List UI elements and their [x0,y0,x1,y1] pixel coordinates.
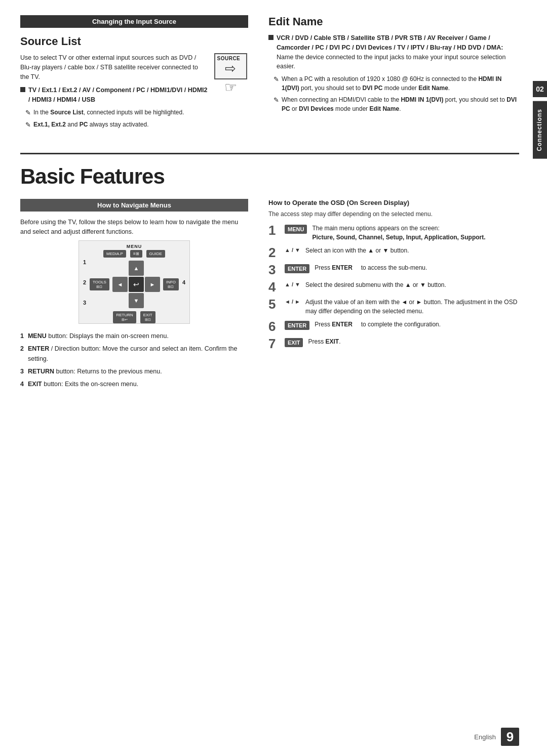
edit-memo-icon-2: ✎ [274,95,279,113]
osd-arrow-updown-2: ▲ / ▼ [285,281,300,287]
edit-memo-2: ✎ When connecting an HDMI/DVI cable to t… [268,95,519,113]
info-btn[interactable]: INFO⊞⊡ [163,278,179,290]
remote-menu-label: MENU [127,244,142,249]
nav-description: Before using the TV, follow the steps be… [20,218,248,237]
osd-num-3: 3 [268,263,280,276]
memo-icon-2: ✎ [25,120,31,130]
nav-note-text-3: RETURN button: Returns to the previous m… [28,366,162,376]
source-memo-1: ✎ In the Source List, connected inputs w… [20,108,208,118]
nav-menu-section: How to Navigate Menus Before using the T… [20,199,248,392]
source-memo-1-text: In the Source List, connected inputs wil… [33,108,184,118]
source-bullet-text: TV / Ext.1 / Ext.2 / AV / Component / PC… [28,86,208,105]
dpad-right[interactable]: ► [145,277,160,292]
basic-features-section: Basic Features How to Navigate Menus Bef… [20,153,519,392]
nav-note-2: 2 ENTER / Direction button: Move the cur… [20,344,248,364]
nav-note-text-1: MENU button: Displays the main on-screen… [28,331,169,341]
edit-name-title: Edit Name [268,15,519,28]
nav-menu-header: How to Navigate Menus [20,199,248,212]
page-number: 9 [501,728,519,746]
chapter-label: Connections [533,101,547,159]
remote-control-diagram: MENU 1 2 3 MEDIA.P ≡⊞ GUIDE [79,240,190,324]
dpad-up[interactable]: ▲ [129,261,144,276]
chapter-number: 02 [533,81,547,97]
source-bullet-bold: TV / Ext.1 / Ext.2 / AV / Component / PC… [28,87,208,103]
dpad-center[interactable]: ↩ [129,277,144,292]
source-memo-2: ✎ Ext.1, Ext.2 and PC always stay activa… [20,120,208,130]
osd-num-6: 6 [268,320,280,333]
osd-text-3: Press ENTER to access the sub-menu. [315,263,519,272]
osd-header: How to Operate the OSD (On Screen Displa… [268,199,519,206]
osd-text-7: Press EXIT. [308,337,519,346]
edit-memo-2-text: When connecting an HDMI/DVI cable to the… [282,95,519,113]
return-btn[interactable]: RETURN⊞↩ [113,311,136,323]
source-list-title: Source List [20,35,248,48]
osd-key-enter-1: ENTER [285,264,309,273]
osd-row-5: 5 ◄ / ► Adjust the value of an item with… [268,298,519,316]
finger-icon: ☞ [224,79,237,96]
nav-notes: 1 MENU button: Displays the main on-scre… [20,331,248,389]
main-content: Changing the Input Source Source List Us… [0,0,547,756]
edit-memo-1-text: When a PC with a resolution of 1920 x 10… [282,74,519,93]
nav-note-num-1: 1 [20,331,24,341]
osd-row-3: 3 ENTER Press ENTER to access the sub-me… [268,263,519,276]
source-icon-area: SOURCE ⇨ ☞ [213,53,248,133]
source-memo-2-text: Ext.1, Ext.2 and PC always stay activate… [33,120,148,130]
exit-btn[interactable]: EXIT⊞⊡ [140,311,155,323]
osd-text-5: Adjust the value of an item with the ◄ o… [305,298,519,316]
osd-row-4: 4 ▲ / ▼ Select the desired submenu with … [268,280,519,293]
source-label: SOURCE [217,56,241,61]
remote-bottom-row: RETURN⊞↩ EXIT⊞⊡ [113,311,155,323]
bullet-icon [20,87,25,92]
basic-features-title: Basic Features [20,164,519,189]
remote-top-row: MEDIA.P ≡⊞ GUIDE [103,250,165,258]
osd-num-5: 5 [268,298,280,311]
source-list-section: Changing the Input Source Source List Us… [20,15,248,133]
memo-icon-1: ✎ [25,108,31,118]
source-box: SOURCE ⇨ [214,53,247,79]
osd-key-menu: MENU [285,225,307,234]
osd-num-7: 7 [268,337,280,350]
label-1: 1 [83,259,86,265]
edit-bullet-icon [268,35,274,40]
guide-btn[interactable]: GUIDE [146,250,165,258]
edit-name-section: Edit Name VCR / DVD / Cable STB / Satell… [268,15,519,133]
osd-arrow-updown-1: ▲ / ▼ [285,247,300,253]
osd-num-1: 1 [268,224,280,237]
media-p-btn[interactable]: MEDIA.P [103,250,126,258]
dpad-left[interactable]: ◄ [112,277,128,292]
osd-text-2: Select an icon with the ▲ or ▼ button. [305,246,519,255]
nav-note-1: 1 MENU button: Displays the main on-scre… [20,331,248,341]
edit-memo-1: ✎ When a PC with a resolution of 1920 x … [268,74,519,93]
osd-key-exit: EXIT [285,338,303,347]
osd-key-enter-2: ENTER [285,321,309,330]
tools-btn[interactable]: TOOLS⊞⊡ [90,278,109,290]
osd-row-6: 6 ENTER Press ENTER to complete the conf… [268,320,519,333]
osd-num-2: 2 [268,246,280,259]
nav-note-num-3: 3 [20,366,24,376]
osd-num-4: 4 [268,280,280,293]
osd-table: 1 MENU The main menu options appears on … [268,224,519,350]
nav-note-4: 4 EXIT button: Exits the on-screen menu. [20,379,248,389]
page-container: 02 Connections Changing the Input Source… [0,0,547,756]
osd-text-6: Press ENTER to complete the configuratio… [315,320,519,329]
osd-arrow-lr: ◄ / ► [285,299,300,305]
footer-language: English [474,733,496,741]
osd-desc: The access step may differ depending on … [268,209,519,219]
nav-note-num-2: 2 [20,344,24,364]
edit-name-bullet-desc: Name the device connected to the input j… [277,54,505,70]
side-labels-left: 1 2 3 [83,259,86,306]
ch-btn[interactable]: ≡⊞ [130,250,142,258]
nav-note-num-4: 4 [20,379,24,389]
dpad: ▲ ◄ ↩ ► ▼ [112,261,160,308]
osd-row-2: 2 ▲ / ▼ Select an icon with the ▲ or ▼ b… [268,246,519,259]
source-bullet-item: TV / Ext.1 / Ext.2 / AV / Component / PC… [20,86,208,105]
edit-name-bullet-text: VCR / DVD / Cable STB / Satellite STB / … [277,33,519,71]
source-list-desc: Use to select TV or other external input… [20,53,208,81]
dpad-down[interactable]: ▼ [129,293,144,308]
nav-note-text-4: EXIT button: Exits the on-screen menu. [28,379,138,389]
label-3: 3 [83,300,86,306]
label-2: 2 [83,279,86,285]
label-4: 4 [182,279,185,285]
section-header-input: Changing the Input Source [20,15,248,28]
osd-text-4: Select the desired submenu with the ▲ or… [305,280,519,289]
